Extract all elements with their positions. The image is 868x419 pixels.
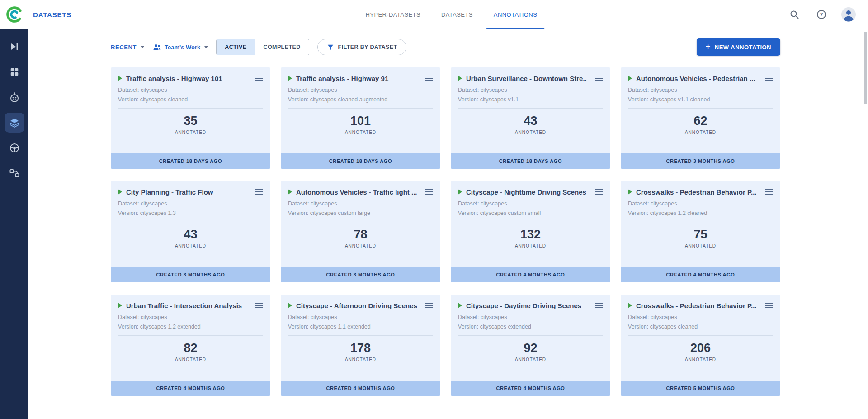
top-bar: DATASETS HYPER-DATASETS DATASETS ANNOTAT…	[0, 0, 868, 29]
topbar-actions: ?	[787, 7, 868, 22]
card-header: Autonomous Vehicles - Traffic light ...	[288, 187, 433, 196]
annotation-card[interactable]: Autonomous Vehicles - Traffic light ... …	[281, 181, 440, 282]
play-icon	[288, 189, 292, 195]
card-created-bar: CREATED 4 MONTHS AGO	[621, 267, 780, 282]
annotation-card[interactable]: Crosswalks - Pedestrian Behavior P... Da…	[621, 181, 780, 282]
filter-by-dataset-button[interactable]: FILTER BY DATASET	[317, 39, 407, 55]
card-menu-icon[interactable]	[421, 301, 433, 310]
tab-datasets[interactable]: DATASETS	[441, 0, 473, 29]
vertical-scrollbar[interactable]	[864, 32, 867, 104]
card-menu-icon[interactable]	[251, 74, 263, 83]
play-icon	[118, 189, 122, 195]
annotation-title: Cityscape - Nighttime Driving Scenes	[466, 188, 587, 196]
annotated-count: 132	[458, 228, 603, 242]
sidebar-item-models[interactable]	[5, 87, 24, 107]
play-icon	[458, 189, 462, 195]
annotation-card[interactable]: Traffic analysis - Highway 91 Dataset: c…	[281, 67, 440, 169]
card-header: Cityscape - Nighttime Driving Scenes	[458, 187, 603, 196]
annotation-card[interactable]: Cityscape - Afternoon Driving Scenes Dat…	[281, 295, 440, 396]
card-dataset: Dataset: cityscapes	[458, 87, 603, 93]
card-dataset: Dataset: cityscapes	[118, 87, 263, 93]
pipelines-icon	[9, 168, 20, 179]
card-menu-icon[interactable]	[761, 301, 773, 310]
filter-button-label: FILTER BY DATASET	[338, 44, 397, 50]
card-dataset: Dataset: cityscapes	[628, 314, 773, 320]
annotation-card[interactable]: City Planning - Traffic Flow Dataset: ci…	[111, 181, 270, 282]
status-toggle-active[interactable]: ACTIVE	[217, 39, 255, 55]
sidebar-item-drive[interactable]	[5, 138, 24, 158]
annotation-card[interactable]: Traffic analysis - Highway 101 Dataset: …	[111, 67, 270, 169]
annotation-card[interactable]: Autonomous Vehicles - Pedestrian ... Dat…	[621, 67, 780, 169]
card-body: Urban Surveillance - Downtown Stre... Da…	[451, 67, 610, 135]
card-body: Autonomous Vehicles - Traffic light ... …	[281, 181, 440, 248]
annotation-cards-grid: Traffic analysis - Highway 101 Dataset: …	[111, 67, 868, 396]
annotated-label: ANNOTATED	[118, 357, 263, 362]
annotation-card[interactable]: Crosswalks - Pedestrian Behavior P... Da…	[621, 295, 780, 396]
plus-icon: +	[706, 43, 711, 51]
card-header: Cityscape - Daytime Driving Scenes	[458, 301, 603, 310]
annotation-title: Traffic analysis - Highway 91	[296, 75, 417, 82]
annotated-count: 75	[628, 228, 773, 242]
play-icon	[118, 303, 122, 308]
card-body: City Planning - Traffic Flow Dataset: ci…	[111, 181, 270, 248]
card-header: Urban Surveillance - Downtown Stre...	[458, 74, 603, 83]
search-icon[interactable]	[787, 7, 802, 22]
annotation-card[interactable]: Urban Surveillance - Downtown Stre... Da…	[451, 67, 610, 169]
card-menu-icon[interactable]	[421, 187, 433, 196]
card-header: Crosswalks - Pedestrian Behavior P...	[628, 187, 773, 196]
status-toggle: ACTIVE COMPLETED	[216, 39, 309, 55]
annotated-count: 101	[288, 114, 433, 128]
card-menu-icon[interactable]	[421, 74, 433, 83]
annotation-title: Cityscape - Afternoon Driving Scenes	[296, 302, 417, 309]
card-menu-icon[interactable]	[251, 301, 263, 310]
card-body: Crosswalks - Pedestrian Behavior P... Da…	[621, 181, 780, 248]
sidebar-item-annotations[interactable]	[5, 113, 24, 133]
sidebar-item-start[interactable]	[5, 37, 24, 57]
help-icon[interactable]: ?	[814, 7, 829, 22]
status-toggle-completed[interactable]: COMPLETED	[255, 39, 309, 55]
sort-dropdown[interactable]: RECENT	[111, 44, 144, 51]
card-body: Crosswalks - Pedestrian Behavior P... Da…	[621, 295, 780, 362]
card-menu-icon[interactable]	[761, 187, 773, 196]
filter-icon	[327, 43, 334, 51]
user-avatar[interactable]	[841, 7, 856, 22]
play-icon	[628, 189, 632, 195]
scope-dropdown[interactable]: Team's Work	[152, 43, 208, 52]
card-created-bar: CREATED 5 MONTHS AGO	[621, 381, 780, 396]
tab-annotations[interactable]: ANNOTATIONS	[494, 0, 537, 29]
card-menu-icon[interactable]	[591, 187, 603, 196]
svg-text:?: ?	[820, 12, 823, 17]
annotation-card[interactable]: Urban Traffic - Intersection Analysis Da…	[111, 295, 270, 396]
card-dataset: Dataset: cityscapes	[118, 200, 263, 207]
card-dataset: Dataset: cityscapes	[118, 314, 263, 320]
dataset-browser-icon	[9, 67, 19, 77]
annotation-card[interactable]: Cityscape - Nighttime Driving Scenes Dat…	[451, 181, 610, 282]
card-version: Version: cityscapes cleaned augmented	[288, 96, 433, 109]
card-header: Crosswalks - Pedestrian Behavior P...	[628, 301, 773, 310]
new-annotation-button[interactable]: + NEW ANNOTATION	[697, 38, 780, 56]
card-menu-icon[interactable]	[251, 187, 263, 196]
app-logo[interactable]	[0, 6, 28, 23]
card-header: Traffic analysis - Highway 101	[118, 74, 263, 83]
chevron-down-icon	[204, 46, 208, 48]
sidebar-item-datasets[interactable]	[5, 62, 24, 82]
annotated-label: ANNOTATED	[458, 130, 603, 135]
card-menu-icon[interactable]	[591, 74, 603, 83]
annotation-card[interactable]: Cityscape - Daytime Driving Scenes Datas…	[451, 295, 610, 396]
card-menu-icon[interactable]	[761, 74, 773, 83]
annotated-label: ANNOTATED	[628, 130, 773, 135]
tab-hyper-datasets[interactable]: HYPER-DATASETS	[366, 0, 420, 29]
annotated-count: 35	[118, 114, 263, 128]
card-body: Cityscape - Nighttime Driving Scenes Dat…	[451, 181, 610, 248]
annotations-toolbar: RECENT Team's Work ACTIVE COMPLETED	[111, 38, 780, 56]
card-version: Version: cityscapes cleaned	[628, 324, 773, 336]
logo-icon	[6, 6, 23, 23]
annotation-title: Autonomous Vehicles - Pedestrian ...	[636, 75, 757, 82]
annotated-count: 78	[288, 228, 433, 242]
sidebar-item-pipelines[interactable]	[5, 163, 24, 183]
bot-icon	[9, 92, 20, 103]
annotated-count: 43	[118, 228, 263, 242]
card-menu-icon[interactable]	[591, 301, 603, 310]
play-icon	[288, 303, 292, 308]
card-version: Version: cityscapes 1.2 extended	[118, 324, 263, 336]
